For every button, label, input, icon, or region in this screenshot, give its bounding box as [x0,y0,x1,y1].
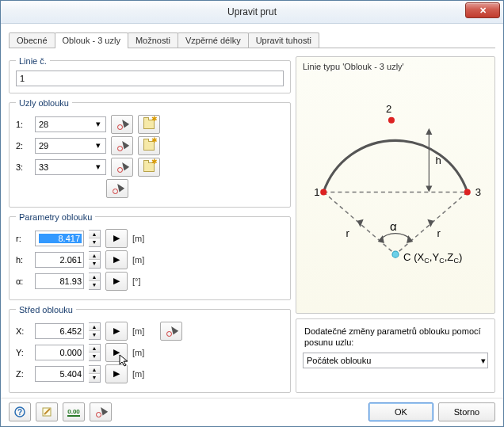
center-x-spinner[interactable]: ▲▼ [89,322,101,340]
new-node-3-button[interactable] [138,158,160,177]
param-r-label: r: [16,234,30,243]
spin-up-icon: ▲ [89,323,100,332]
help-button[interactable]: ? [9,402,31,421]
tab-buckling-lengths[interactable]: Vzpěrné délky [178,32,249,48]
group-additional-changes: Dodatečné změny parametrů oblouku pomocí… [296,318,495,393]
legend-arc-center: Střed oblouku [16,305,76,315]
arrow-right-icon: ▶ [113,254,120,265]
svg-text:2: 2 [386,102,391,114]
dialog-footer: ? 0.00 OK Storno [1,398,503,426]
units-button[interactable]: 0.00 [63,402,85,421]
close-icon: ✕ [479,6,487,16]
center-z-input[interactable]: 5.404 [35,366,84,382]
spin-up-icon: ▲ [89,366,100,375]
spin-up-icon: ▲ [89,345,100,353]
param-h-spinner[interactable]: ▲▼ [89,251,101,269]
new-folder-icon [143,162,155,172]
svg-marker-4 [426,128,432,134]
svg-marker-5 [426,185,432,192]
dialog-window: Upravit prut ✕ Obecné Oblouk - 3 uzly Mo… [0,0,504,427]
spin-down-icon: ▼ [89,353,100,360]
note-button[interactable] [36,402,58,421]
group-line-no: Linie č. [9,56,291,93]
node-1-label: 1: [16,120,30,129]
tab-edit-stiffness[interactable]: Upravit tuhosti [248,32,319,48]
help-icon: ? [14,406,25,417]
center-x-input[interactable]: 6.452 [35,323,84,339]
pick-all-nodes-button[interactable] [106,179,128,198]
pick-icon [116,140,128,151]
node-1-combo[interactable]: 28▾ [35,116,106,132]
chevron-down-icon: ▾ [93,140,104,151]
node-3-combo[interactable]: 33▾ [35,159,106,175]
param-r-spinner[interactable]: ▲▼ [89,230,101,247]
new-node-1-button[interactable] [138,115,160,134]
center-y-unit: [m] [132,348,144,357]
group-arc-center: Střed oblouku X: 6.452 ▲▼ ▶ [m] Y: 0.000… [9,305,291,393]
chevron-down-icon: ▾ [93,119,104,130]
group-diagram: Linie typu 'Oblouk - 3 uzly' [296,56,495,314]
tab-arc-3-nodes[interactable]: Oblouk - 3 uzly [55,32,128,48]
param-alpha-input[interactable]: 81.93 [35,273,84,289]
spin-up-icon: ▲ [89,252,100,261]
new-node-2-button[interactable] [138,136,160,155]
arrow-right-icon: ▶ [113,233,120,243]
param-h-lock-button[interactable]: ▶ [105,250,128,269]
tab-bar: Obecné Oblouk - 3 uzly Možnosti Vzpěrné … [9,30,495,48]
param-alpha-label: α: [16,276,30,286]
pick-node-2-button[interactable] [111,136,133,155]
group-arc-parameters: Parametry oblouku r: 8.417 ▲▼ ▶ [m] h: 2… [9,212,291,300]
center-y-spinner[interactable]: ▲▼ [89,344,101,361]
tab-options[interactable]: Možnosti [128,32,178,48]
svg-point-11 [388,116,395,123]
spin-down-icon: ▼ [89,331,100,339]
chevron-down-icon: ▾ [481,356,486,366]
additional-label: Dodatečné změny parametrů oblouku pomocí… [304,326,487,349]
center-x-lock-button[interactable]: ▶ [105,322,128,341]
note-icon [41,406,52,417]
shift-node-combo[interactable]: Počátek oblouku ▾ [303,353,488,368]
cancel-button[interactable]: Storno [438,402,495,421]
svg-rect-24 [43,408,51,416]
center-z-spinner[interactable]: ▲▼ [89,365,101,383]
spin-down-icon: ▼ [89,374,100,382]
param-h-label: h: [16,255,30,265]
center-y-label: Y: [16,348,30,357]
center-z-label: Z: [16,369,30,379]
svg-text:r: r [437,227,441,239]
param-r-input[interactable]: 8.417 [35,231,84,246]
svg-point-10 [320,189,326,195]
pick-apply-icon [95,406,106,417]
line-no-input[interactable] [16,71,284,86]
apply-pick-button[interactable] [90,402,112,421]
spin-up-icon: ▲ [89,231,100,239]
param-h-input[interactable]: 2.061 [35,252,84,268]
center-y-input[interactable]: 0.000 [35,345,84,360]
arc-diagram: 1 2 3 h r r α C (XC,YC,ZC) [300,74,491,310]
spin-down-icon: ▼ [89,281,100,289]
center-z-lock-button[interactable]: ▶ [105,364,128,383]
param-r-lock-button[interactable]: ▶ [105,229,128,248]
units-icon: 0.00 [67,408,80,417]
center-z-unit: [m] [132,369,144,379]
pick-node-3-button[interactable] [111,158,133,177]
svg-point-12 [464,189,471,195]
pick-center-button[interactable] [160,322,182,341]
titlebar: Upravit prut ✕ [1,1,503,24]
node-2-combo[interactable]: 29▾ [35,138,106,154]
node-2-label: 2: [16,141,30,151]
close-button[interactable]: ✕ [465,2,500,18]
svg-point-13 [392,251,399,257]
param-alpha-spinner[interactable]: ▲▼ [89,273,101,290]
svg-text:?: ? [17,408,22,417]
mouse-cursor-icon [119,354,132,367]
pick-multi-icon [112,183,123,194]
svg-text:C (XC,YC,ZC): C (XC,YC,ZC) [403,251,462,265]
ok-button[interactable]: OK [368,402,433,421]
svg-text:α: α [390,219,397,232]
param-alpha-lock-button[interactable]: ▶ [105,272,128,291]
pick-node-1-button[interactable] [111,115,133,134]
new-folder-icon [143,141,155,151]
tab-general[interactable]: Obecné [9,32,55,48]
spin-down-icon: ▼ [89,238,100,246]
